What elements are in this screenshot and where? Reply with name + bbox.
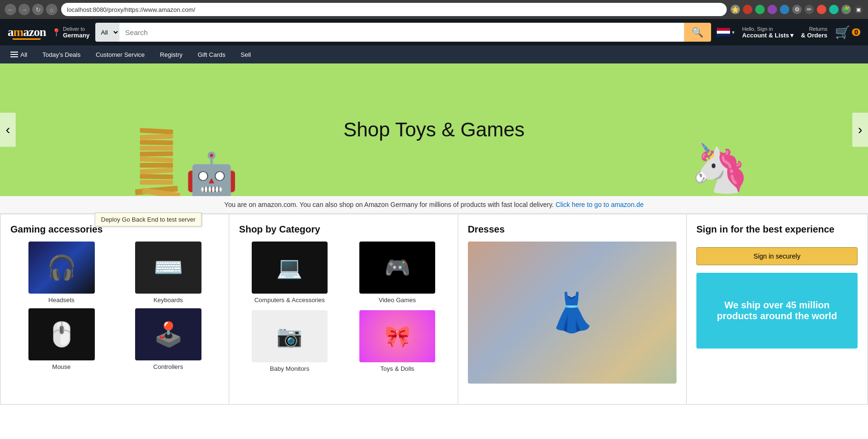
signin-card: Sign in for the best experience Sign in … bbox=[687, 215, 867, 404]
baby-label: Baby Monitors bbox=[239, 365, 340, 372]
amazon-logo[interactable]: amazon bbox=[8, 25, 46, 40]
gaming-item-keyboards[interactable]: ⌨️ Keyboards bbox=[117, 242, 219, 304]
gaming-item-controllers[interactable]: 🕹️ Controllers bbox=[117, 308, 219, 370]
settings-icon[interactable]: ⚙ bbox=[792, 5, 802, 14]
amazon-de-link[interactable]: Click here to go to amazon.de bbox=[556, 201, 644, 208]
header-right: ▾ Hello, Sign in Account & Lists ▾ Retur… bbox=[717, 25, 860, 40]
browser-nav-buttons: ← → ↻ ⌂ bbox=[5, 4, 57, 15]
browser-toolbar-icons: ⭐ ⚙ ✏ 🧩 ▣ bbox=[731, 5, 863, 14]
search-icon: 🔍 bbox=[692, 27, 704, 38]
deploy-tooltip: Deploy Go Back End to test server bbox=[95, 213, 201, 226]
controllers-label: Controllers bbox=[117, 363, 219, 370]
orders-label: & Orders bbox=[801, 32, 828, 39]
account-menu[interactable]: Hello, Sign in Account & Lists ▾ bbox=[742, 26, 794, 39]
category-item-videogames[interactable]: 🎮 Video Games bbox=[347, 242, 448, 304]
unicorn-toy: 🦄 bbox=[690, 140, 749, 196]
category-card-title: Shop by Category bbox=[239, 224, 448, 235]
category-item-toys[interactable]: 🎀 Toys & Dolls bbox=[347, 310, 448, 372]
gaming-item-mouse[interactable]: 🖱️ Mouse bbox=[10, 308, 112, 370]
keyboards-label: Keyboards bbox=[117, 296, 219, 304]
dresses-card-title: Dresses bbox=[468, 224, 676, 235]
account-links-text: Account & Lists bbox=[742, 32, 789, 39]
nav-bar: All Today's Deals Customer Service Regis… bbox=[0, 45, 868, 63]
cart-icon-symbol: 🛒 bbox=[835, 25, 850, 40]
url-text: localhost:8080/proxy/https://www.amazon.… bbox=[67, 6, 195, 13]
back-button[interactable]: ← bbox=[5, 4, 16, 15]
extension-icon-5[interactable] bbox=[817, 5, 826, 14]
nav-all-button[interactable]: All bbox=[8, 50, 30, 59]
gaming-items-grid: 🎧 Headsets ⌨️ Keyboards 🖱️ Mouse bbox=[10, 242, 219, 370]
nav-customer-service[interactable]: Customer Service bbox=[93, 50, 147, 59]
toys-label: Toys & Dolls bbox=[347, 365, 448, 372]
hero-banner: 🤖 Shop Toys & Games 🦄 ‹ › bbox=[0, 63, 868, 196]
flag-dropdown-arrow: ▾ bbox=[732, 29, 735, 36]
nav-gift-cards[interactable]: Gift Cards bbox=[195, 50, 228, 59]
location-pin-icon: 📍 bbox=[52, 28, 61, 37]
cart-button[interactable]: 🛒 0 bbox=[835, 25, 860, 40]
signin-button[interactable]: Sign in securely bbox=[696, 247, 858, 265]
gaming-accessories-card: Gaming accessories 🎧 Headsets ⌨️ Keyboar… bbox=[1, 215, 228, 404]
nav-todays-deals[interactable]: Today's Deals bbox=[39, 50, 83, 59]
pen-icon[interactable]: ✏ bbox=[804, 5, 814, 14]
controllers-image: 🕹️ bbox=[135, 308, 201, 360]
deliver-to-label: Deliver to bbox=[63, 26, 90, 32]
search-bar: All 🔍 bbox=[95, 23, 711, 42]
bookmark-icon[interactable]: ⭐ bbox=[731, 5, 740, 14]
extension-icon-6[interactable] bbox=[829, 5, 839, 14]
hero-next-button[interactable]: › bbox=[852, 113, 868, 147]
dresses-image[interactable]: 👗 bbox=[468, 242, 676, 384]
extension-icon-3[interactable] bbox=[767, 5, 777, 14]
account-links: Account & Lists ▾ bbox=[742, 32, 794, 39]
nav-sell[interactable]: Sell bbox=[238, 50, 254, 59]
browser-chrome: ← → ↻ ⌂ localhost:8080/proxy/https://www… bbox=[0, 0, 868, 19]
hamburger-icon bbox=[10, 52, 18, 57]
keyboards-image: ⌨️ bbox=[135, 242, 201, 294]
baby-image: 📷 bbox=[252, 310, 328, 362]
ship-text: We ship over 45 million products around … bbox=[706, 300, 848, 322]
mouse-image: 🖱️ bbox=[28, 308, 95, 360]
toys-image: 🎀 bbox=[359, 310, 435, 362]
deliver-to-country: Germany bbox=[63, 32, 90, 39]
category-item-baby[interactable]: 📷 Baby Monitors bbox=[239, 310, 340, 372]
notification-text: You are on amazon.com. You can also shop… bbox=[224, 201, 554, 208]
gaming-item-headsets[interactable]: 🎧 Headsets bbox=[10, 242, 112, 304]
puzzle-icon[interactable]: 🧩 bbox=[841, 5, 851, 14]
returns-orders[interactable]: Returns & Orders bbox=[801, 26, 828, 39]
address-bar[interactable]: localhost:8080/proxy/https://www.amazon.… bbox=[61, 3, 727, 16]
notification-bar: You are on amazon.com. You can also shop… bbox=[0, 196, 868, 214]
search-category-dropdown[interactable]: All bbox=[95, 23, 119, 42]
hero-prev-button[interactable]: ‹ bbox=[0, 113, 16, 147]
videogames-label: Video Games bbox=[347, 296, 448, 304]
headsets-image: 🎧 bbox=[28, 242, 95, 294]
us-flag-icon bbox=[717, 28, 730, 36]
cart-count: 0 bbox=[852, 28, 860, 36]
jenga-tower bbox=[133, 129, 180, 196]
category-grid: 💻 Computers & Accessories 🎮 Video Games … bbox=[239, 242, 448, 372]
forward-button[interactable]: → bbox=[18, 4, 30, 15]
account-greeting: Hello, Sign in bbox=[742, 26, 794, 32]
search-input[interactable] bbox=[119, 23, 684, 42]
ship-banner: We ship over 45 million products around … bbox=[696, 273, 858, 349]
cards-section: Gaming accessories 🎧 Headsets ⌨️ Keyboar… bbox=[0, 214, 868, 405]
nav-all-label: All bbox=[20, 51, 27, 58]
search-button[interactable]: 🔍 bbox=[684, 23, 711, 42]
country-flag[interactable]: ▾ bbox=[717, 28, 735, 36]
mouse-label: Mouse bbox=[10, 363, 112, 370]
window-icon[interactable]: ▣ bbox=[854, 5, 863, 14]
extension-icon-4[interactable] bbox=[780, 5, 789, 14]
returns-label: Returns bbox=[801, 26, 828, 32]
headsets-label: Headsets bbox=[10, 296, 112, 304]
reload-button[interactable]: ↻ bbox=[32, 4, 44, 15]
category-item-computers[interactable]: 💻 Computers & Accessories bbox=[239, 242, 340, 304]
extension-icon-1[interactable] bbox=[743, 5, 752, 14]
amazon-header: amazon 📍 Deliver to Germany All 🔍 ▾ bbox=[0, 19, 868, 45]
hero-text: Shop Toys & Games bbox=[343, 118, 524, 141]
nav-registry[interactable]: Registry bbox=[157, 50, 185, 59]
computers-image: 💻 bbox=[252, 242, 328, 294]
extension-icon-2[interactable] bbox=[755, 5, 765, 14]
computers-label: Computers & Accessories bbox=[239, 296, 340, 304]
account-dropdown-icon: ▾ bbox=[790, 32, 794, 39]
home-button[interactable]: ⌂ bbox=[46, 4, 57, 15]
deliver-to[interactable]: 📍 Deliver to Germany bbox=[52, 26, 90, 39]
stormtrooper-toy: 🤖 bbox=[185, 153, 238, 196]
